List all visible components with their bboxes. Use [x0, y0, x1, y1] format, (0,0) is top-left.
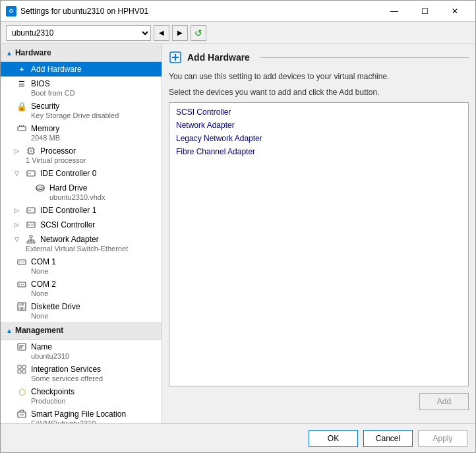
hdd-icon [35, 183, 45, 193]
device-legacy-network[interactable]: Legacy Network Adapter [172, 132, 465, 145]
sidebar-item-processor[interactable]: ▷ [1, 144, 162, 166]
panel-description-2: Select the devices you want to add and c… [169, 86, 469, 98]
add-btn-row: Add [169, 393, 469, 410]
checkpoints-icon: ⬡ [16, 386, 27, 397]
sidebar-item-com1[interactable]: COM 1 None [1, 255, 162, 277]
expand-ide0-icon: ▽ [11, 168, 22, 179]
svg-point-42 [23, 284, 24, 286]
processor-subtitle: 1 Virtual processor [11, 156, 156, 164]
paging-label: Smart Paging File Location [31, 409, 126, 419]
paging-icon [16, 409, 27, 419]
hardware-chevron-icon: ▲ [6, 49, 13, 57]
device-network[interactable]: Network Adapter [172, 119, 465, 132]
hardware-section-header: ▲ Hardware [1, 44, 162, 62]
name-icon [16, 342, 27, 352]
svg-point-37 [21, 262, 22, 263]
back-button[interactable]: ◀ [154, 25, 169, 41]
sidebar-item-ide-controller-0[interactable]: ▽ IDE Controller 0 [1, 166, 162, 181]
sidebar: ▲ Hardware + Add Hardware ☰ BIOS Boot fr [1, 44, 162, 423]
svg-rect-22 [28, 210, 31, 211]
sidebar-item-hard-drive[interactable]: Hard Drive ubuntu2310.vhdx [1, 181, 162, 203]
integration-subtitle: Some services offered [16, 375, 156, 382]
com1-subtitle: None [16, 267, 156, 275]
main-window: ⚙ Settings for ubuntu2310 on HPHV01 — ☐ … [0, 0, 476, 453]
content-area: ▲ Hardware + Add Hardware ☰ BIOS Boot fr [1, 44, 475, 423]
svg-rect-0 [18, 127, 26, 131]
security-subtitle: Key Storage Drive disabled [16, 111, 156, 119]
com1-label: COM 1 [31, 257, 56, 266]
expand-processor-icon: ▷ [11, 146, 22, 156]
device-scsi[interactable]: SCSI Controller [172, 106, 465, 119]
cancel-button[interactable]: Cancel [363, 430, 413, 447]
processor-label: Processor [40, 146, 76, 156]
expand-scsi-icon: ▷ [11, 220, 22, 230]
name-label: Name [31, 342, 52, 351]
network-label: Network Adapter [40, 235, 99, 244]
panel-title: Add Hardware [187, 52, 250, 63]
device-list: SCSI Controller Network Adapter Legacy N… [169, 102, 469, 386]
com2-icon [16, 279, 27, 289]
scsi-label: SCSI Controller [40, 220, 95, 229]
window-title: Settings for ubuntu2310 on HPHV01 [20, 7, 375, 16]
bios-icon: ☰ [16, 78, 27, 89]
panel-description-1: You can use this setting to add devices … [169, 71, 469, 82]
sidebar-item-integration-services[interactable]: Integration Services Some services offer… [1, 362, 162, 384]
bottom-bar: OK Cancel Apply [1, 423, 475, 452]
main-panel: Add Hardware You can use this setting to… [162, 44, 475, 423]
hdd-subtitle: ubuntu2310.vhdx [35, 193, 156, 201]
forward-button[interactable]: ▶ [172, 25, 188, 41]
ide1-label: IDE Controller 1 [40, 206, 96, 215]
window-controls: — ☐ ✕ [379, 1, 470, 21]
svg-rect-55 [22, 370, 26, 373]
app-icon: ⚙ [6, 6, 16, 16]
add-button[interactable]: Add [419, 393, 469, 410]
vm-select[interactable]: ubuntu2310 [6, 25, 151, 41]
sidebar-item-checkpoints[interactable]: ⬡ Checkpoints Production [1, 384, 162, 407]
ide1-icon [26, 205, 36, 216]
sidebar-item-smart-paging[interactable]: Smart Paging File Location E:\VMS\ubuntu… [1, 407, 162, 423]
sidebar-item-bios[interactable]: ☰ BIOS Boot from CD [1, 76, 162, 99]
svg-rect-3 [23, 125, 24, 127]
sidebar-item-memory[interactable]: Memory 2048 MB [1, 121, 162, 144]
close-button[interactable]: ✕ [440, 1, 470, 21]
vm-select-wrapper: ubuntu2310 [6, 25, 151, 41]
processor-icon [26, 146, 36, 156]
com1-icon [16, 257, 27, 267]
sidebar-item-scsi-controller[interactable]: ▷ SCSI Controller [1, 218, 162, 232]
refresh-button[interactable]: ↺ [191, 25, 206, 41]
svg-point-20 [41, 187, 42, 188]
sidebar-item-name[interactable]: Name ubuntu2310 [1, 340, 162, 362]
svg-point-40 [19, 284, 20, 286]
sidebar-item-add-hardware[interactable]: + Add Hardware [1, 62, 162, 76]
management-section-label: Management [15, 326, 63, 335]
scsi-icon [26, 220, 36, 230]
minimize-button[interactable]: — [379, 1, 409, 21]
ok-button[interactable]: OK [309, 430, 358, 447]
integration-label: Integration Services [31, 365, 101, 374]
maximize-button[interactable]: ☐ [409, 1, 440, 21]
memory-label: Memory [31, 124, 59, 133]
expand-ide1-icon: ▷ [11, 205, 22, 216]
apply-button[interactable]: Apply [418, 430, 467, 447]
sidebar-item-network-adapter[interactable]: ▽ Netwo [1, 232, 162, 255]
svg-rect-5 [30, 150, 32, 152]
ide0-icon [26, 168, 36, 179]
security-icon: 🔒 [16, 101, 27, 111]
svg-point-19 [36, 185, 44, 190]
svg-rect-28 [30, 241, 32, 243]
sidebar-item-com2[interactable]: COM 2 None [1, 277, 162, 299]
integration-icon [16, 364, 27, 375]
name-subtitle: ubuntu2310 [16, 352, 156, 360]
sidebar-item-security[interactable]: 🔒 Security Key Storage Drive disabled [1, 99, 162, 121]
device-fibre-channel[interactable]: Fibre Channel Adapter [172, 145, 465, 158]
svg-rect-52 [18, 365, 21, 369]
svg-rect-53 [22, 365, 26, 369]
svg-rect-29 [33, 241, 35, 243]
add-hardware-icon: + [16, 64, 27, 75]
svg-rect-45 [22, 303, 24, 305]
network-subtitle: External Virtual Switch-Ethernet [11, 245, 156, 253]
sidebar-item-ide-controller-1[interactable]: ▷ IDE Controller 1 [1, 203, 162, 218]
com2-subtitle: None [16, 289, 156, 297]
sidebar-item-diskette[interactable]: Diskette Drive None [1, 299, 162, 322]
bios-subtitle: Boot from CD [16, 89, 156, 97]
